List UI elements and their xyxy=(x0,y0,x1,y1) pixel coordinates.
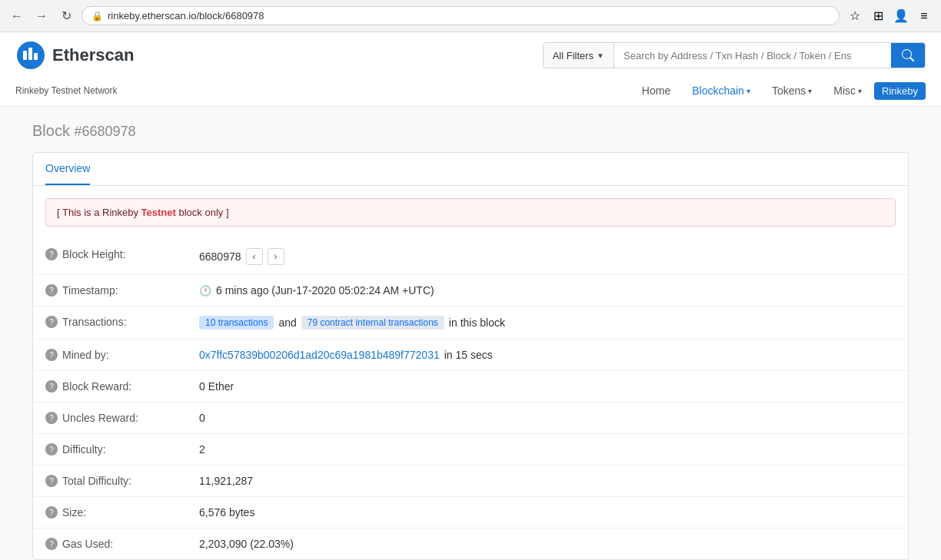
help-icon-total-difficulty[interactable]: ? xyxy=(45,475,58,487)
profile-button[interactable]: 👤 xyxy=(892,7,910,25)
misc-chevron-icon: ▾ xyxy=(858,87,862,95)
help-icon-gas-used[interactable]: ? xyxy=(45,538,58,550)
next-block-button[interactable]: › xyxy=(268,248,284,265)
label-total-difficulty: ? Total Difficulty: xyxy=(45,475,199,487)
site-header: Etherscan All Filters ▼ Rinkeby Testnet … xyxy=(0,32,941,107)
page-content: Block #6680978 Overview [ This is a Rink… xyxy=(17,107,924,560)
label-timestamp: ? Timestamp: xyxy=(45,284,199,297)
label-transactions: ? Transactions: xyxy=(45,316,199,328)
label-uncles-reward: ? Uncles Reward: xyxy=(45,412,199,424)
internal-transactions-badge[interactable]: 79 contract internal transactions xyxy=(301,316,444,330)
row-size: ? Size: 6,576 bytes xyxy=(33,497,908,529)
reload-button[interactable]: ↻ xyxy=(57,7,75,25)
header-search: All Filters ▼ xyxy=(543,42,926,68)
help-icon-block-reward[interactable]: ? xyxy=(45,380,58,393)
search-icon xyxy=(902,49,914,61)
row-timestamp: ? Timestamp: 🕐 6 mins ago (Jun-17-2020 0… xyxy=(33,275,908,307)
svg-rect-1 xyxy=(23,51,27,60)
filter-label: All Filters xyxy=(553,50,594,61)
value-total-difficulty: 11,921,287 xyxy=(199,475,896,487)
miner-address-link[interactable]: 0x7ffc57839b00206d1ad20c69a1981b489f7720… xyxy=(199,349,440,361)
value-size: 6,576 bytes xyxy=(199,506,896,519)
value-transactions: 10 transactions and 79 contract internal… xyxy=(199,316,896,330)
lock-icon: 🔒 xyxy=(91,11,103,22)
help-icon-uncles-reward[interactable]: ? xyxy=(45,412,58,424)
block-number: #6680978 xyxy=(74,124,135,139)
network-label: Rinkeby Testnet Network xyxy=(15,79,118,102)
bookmark-button[interactable]: ☆ xyxy=(846,7,864,25)
url-text: rinkeby.etherscan.io/block/6680978 xyxy=(108,10,830,22)
svg-rect-3 xyxy=(34,53,38,60)
browser-chrome: ← → ↻ 🔒 rinkeby.etherscan.io/block/66809… xyxy=(0,0,941,32)
transactions-badge[interactable]: 10 transactions xyxy=(199,316,274,330)
menu-button[interactable]: ≡ xyxy=(915,7,933,25)
value-gas-used: 2,203,090 (22.03%) xyxy=(199,538,896,550)
label-block-reward: ? Block Reward: xyxy=(45,380,199,393)
row-transactions: ? Transactions: 10 transactions and 79 c… xyxy=(33,307,908,340)
block-card: Overview [ This is a Rinkeby Testnet blo… xyxy=(32,152,909,560)
help-icon-block-height[interactable]: ? xyxy=(45,248,58,260)
row-difficulty: ? Difficulty: 2 xyxy=(33,434,908,466)
nav-tokens[interactable]: Tokens ▾ xyxy=(763,78,821,103)
help-icon-transactions[interactable]: ? xyxy=(45,316,58,328)
label-size: ? Size: xyxy=(45,506,199,519)
help-icon-timestamp[interactable]: ? xyxy=(45,284,58,297)
tab-overview[interactable]: Overview xyxy=(45,153,90,185)
back-button[interactable]: ← xyxy=(8,7,26,25)
logo-text: Etherscan xyxy=(52,45,134,65)
value-difficulty: 2 xyxy=(199,443,896,456)
nav-misc[interactable]: Misc ▾ xyxy=(824,78,871,103)
blockchain-chevron-icon: ▾ xyxy=(746,87,750,95)
help-icon-mined-by[interactable]: ? xyxy=(45,349,58,361)
label-gas-used: ? Gas Used: xyxy=(45,538,199,550)
address-bar[interactable]: 🔒 rinkeby.etherscan.io/block/6680978 xyxy=(81,6,840,25)
label-difficulty: ? Difficulty: xyxy=(45,443,199,456)
help-icon-difficulty[interactable]: ? xyxy=(45,443,58,456)
value-uncles-reward: 0 xyxy=(199,412,896,424)
header-top: Etherscan All Filters ▼ xyxy=(15,32,926,78)
label-block-height: ? Block Height: xyxy=(45,248,199,260)
forward-button[interactable]: → xyxy=(32,7,51,25)
tokens-chevron-icon: ▾ xyxy=(808,87,812,95)
search-input[interactable] xyxy=(614,44,891,68)
network-badge[interactable]: Rinkeby xyxy=(874,82,926,100)
filter-dropdown[interactable]: All Filters ▼ xyxy=(544,44,614,68)
logo-icon xyxy=(15,40,46,71)
card-tabs: Overview xyxy=(33,153,908,186)
row-uncles-reward: ? Uncles Reward: 0 xyxy=(33,403,908,434)
header-bottom: Rinkeby Testnet Network Home Blockchain … xyxy=(15,78,926,106)
prev-block-button[interactable]: ‹ xyxy=(246,248,263,265)
site-nav: Home Blockchain ▾ Tokens ▾ Misc ▾ Rinkeb… xyxy=(633,78,926,103)
testnet-alert: [ This is a Rinkeby Testnet block only ] xyxy=(45,198,896,227)
value-block-height: 6680978 ‹ › xyxy=(199,248,896,265)
nav-blockchain[interactable]: Blockchain ▾ xyxy=(683,78,760,103)
help-icon-size[interactable]: ? xyxy=(45,506,58,519)
page-title: Block #6680978 xyxy=(32,122,909,140)
chevron-down-icon: ▼ xyxy=(597,51,604,60)
search-button[interactable] xyxy=(891,43,925,68)
value-timestamp: 🕐 6 mins ago (Jun-17-2020 05:02:24 AM +U… xyxy=(199,284,896,297)
clock-icon: 🕐 xyxy=(199,285,211,297)
row-block-height: ? Block Height: 6680978 ‹ › xyxy=(33,239,908,275)
nav-home[interactable]: Home xyxy=(633,78,680,103)
row-mined-by: ? Mined by: 0x7ffc57839b00206d1ad20c69a1… xyxy=(33,340,908,371)
row-gas-used: ? Gas Used: 2,203,090 (22.03%) xyxy=(33,529,908,559)
label-mined-by: ? Mined by: xyxy=(45,349,199,361)
value-mined-by: 0x7ffc57839b00206d1ad20c69a1981b489f7720… xyxy=(199,349,896,361)
logo[interactable]: Etherscan xyxy=(15,40,134,71)
testnet-bold: Testnet xyxy=(141,207,176,218)
browser-actions: ☆ ⊞ 👤 ≡ xyxy=(846,7,933,25)
row-block-reward: ? Block Reward: 0 Ether xyxy=(33,371,908,403)
extensions-button[interactable]: ⊞ xyxy=(869,7,887,25)
value-block-reward: 0 Ether xyxy=(199,380,896,393)
row-total-difficulty: ? Total Difficulty: 11,921,287 xyxy=(33,466,908,497)
svg-rect-2 xyxy=(28,48,32,60)
